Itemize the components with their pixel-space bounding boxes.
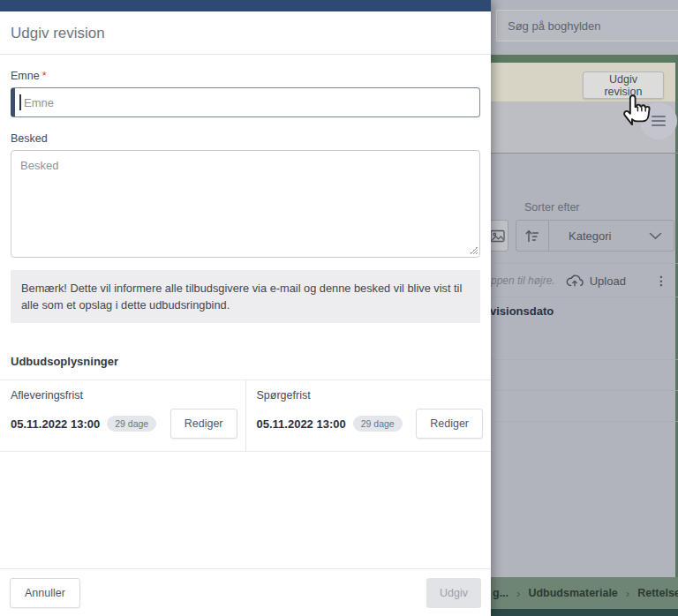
spoergefrist-cell: Spørgefrist 05.11.2022 13:00 29 dage Red…	[245, 380, 492, 451]
bookshelf-search[interactable]	[496, 10, 678, 41]
besked-textarea[interactable]	[11, 150, 480, 258]
breadcrumb-item[interactable]: g...	[493, 587, 508, 599]
deadlines-row: Afleveringsfrist 05.11.2022 13:00 29 dag…	[0, 379, 491, 452]
breadcrumb-item[interactable]: Udbudsmateriale	[528, 587, 617, 599]
annuller-button[interactable]: Annuller	[10, 578, 80, 608]
breadcrumb-item[interactable]: Rettelse	[637, 587, 678, 599]
background-app: Udgiv revision Sorter efter	[491, 0, 678, 616]
udgiv-submit-button[interactable]: Udgiv	[426, 578, 481, 608]
revision-date-column-header[interactable]: visionsdato	[491, 304, 554, 318]
drawer-top-accent-bar	[0, 0, 491, 11]
drawer-header: Udgiv revision	[0, 11, 491, 55]
breadcrumb-chevron-icon	[626, 587, 629, 600]
search-input[interactable]	[496, 10, 678, 41]
menu-button[interactable]	[640, 102, 677, 139]
hamburger-icon	[650, 114, 667, 128]
resize-handle[interactable]	[470, 246, 478, 254]
chevron-down-icon	[649, 232, 674, 240]
besked-label: Besked	[11, 132, 480, 145]
toolbar-divider-bottom	[491, 297, 678, 297]
table-row-line	[491, 359, 678, 360]
sort-selected-value: Kategori	[549, 229, 649, 243]
header-green-strip	[491, 55, 678, 63]
rediger-button[interactable]: Rediger	[416, 409, 483, 439]
upload-toolbar: ppen til højre. Upload	[491, 267, 678, 295]
rediger-button[interactable]: Rediger	[170, 409, 237, 439]
days-left-badge: 29 dage	[107, 416, 156, 432]
udgiv-revision-drawer: Udgiv revision Emne* Besked Bemærk! Dett…	[0, 0, 491, 616]
drag-hint-text: ppen til højre.	[491, 274, 555, 287]
toolbar-divider-top	[491, 263, 678, 264]
image-icon	[491, 229, 505, 243]
breadcrumb: g... Udbudsmateriale Rettelse	[491, 577, 678, 609]
emne-label-text: Emne	[11, 70, 40, 82]
sort-label: Sorter efter	[524, 201, 580, 214]
section-heading: Udbudsoplysninger	[11, 355, 480, 368]
info-note: Bemærk! Dette vil informere alle tilbuds…	[11, 270, 480, 323]
deadline-label: Afleveringsfrist	[11, 389, 237, 402]
upload-button[interactable]: Upload	[566, 274, 626, 288]
emne-input[interactable]	[11, 87, 480, 117]
deadline-value: 05.11.2022 13:00	[257, 417, 346, 431]
text-caret	[19, 94, 21, 110]
days-left-badge: 29 dage	[353, 416, 403, 432]
deadline-value: 05.11.2022 13:00	[11, 417, 100, 431]
afleveringsfrist-cell: Afleveringsfrist 05.11.2022 13:00 29 dag…	[0, 380, 245, 451]
drawer-footer: Annuller Udgiv	[0, 568, 491, 616]
drawer-body: Emne* Besked Bemærk! Dette vil informere…	[0, 70, 491, 452]
drawer-title: Udgiv revision	[11, 25, 105, 41]
sort-dropdown[interactable]: Kategori	[516, 220, 674, 252]
deadline-label: Spørgefrist	[257, 389, 484, 402]
table-row-line	[491, 390, 678, 391]
overflow-menu-icon[interactable]	[652, 273, 671, 289]
breadcrumb-chevron-icon	[516, 587, 520, 600]
image-view-button[interactable]	[491, 220, 508, 252]
table-row-line	[491, 421, 678, 422]
emne-label: Emne*	[11, 70, 480, 82]
sort-ascending-icon[interactable]	[516, 221, 549, 251]
bottom-teal-strip	[491, 609, 678, 616]
upload-cloud-icon	[566, 274, 584, 288]
upload-label: Upload	[590, 274, 626, 288]
header-divider	[491, 153, 678, 154]
required-asterisk: *	[42, 70, 47, 82]
udgiv-revision-button[interactable]: Udgiv revision	[583, 71, 664, 99]
screen: Udgiv revision Sorter efter	[0, 0, 678, 616]
